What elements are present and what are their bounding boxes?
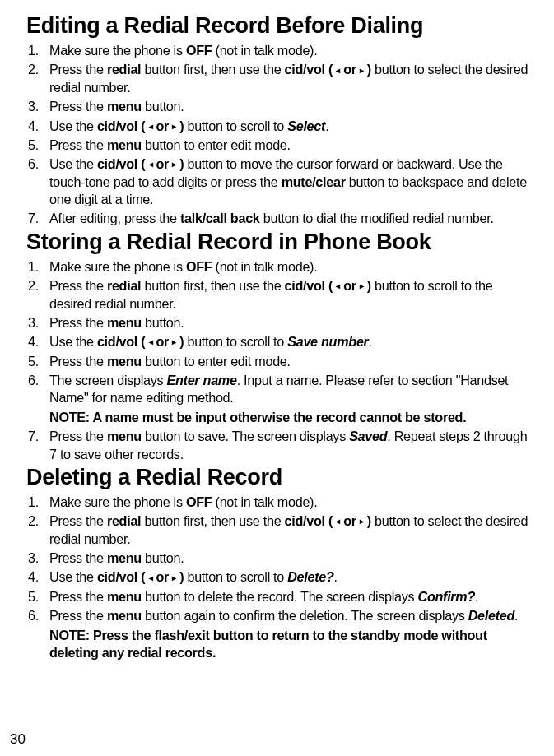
list-item: 6. Press the menu button again to confir… <box>26 607 531 624</box>
list-item: 6. Use the cid/vol ( ◂ or ▸ ) button to … <box>26 155 531 208</box>
section2-list-cont: 7. Press the menu button to save. The sc… <box>26 428 531 463</box>
list-item: 2. Press the redial button first, then u… <box>26 277 531 313</box>
item-content: Make sure the phone is OFF (not in talk … <box>49 42 531 59</box>
item-number: 5. <box>26 137 49 154</box>
item-number: 6. <box>26 607 49 624</box>
item-content: Press the redial button first, then use … <box>49 61 531 96</box>
section1-list: 1. Make sure the phone is OFF (not in ta… <box>26 42 531 228</box>
note-text: NOTE: A name must be input otherwise the… <box>49 409 531 426</box>
left-arrow-icon: ◂ <box>336 66 340 75</box>
page-number: 30 <box>10 731 26 748</box>
list-item: 4. Use the cid/vol ( ◂ or ▸ ) button to … <box>26 333 531 350</box>
item-content: Press the menu button to save. The scree… <box>49 428 531 463</box>
section3-list: 1. Make sure the phone is OFF (not in ta… <box>26 494 531 625</box>
list-item: 3. Press the menu button. <box>26 550 531 567</box>
list-item: 5. Press the menu button to delete the r… <box>26 588 531 605</box>
item-content: Use the cid/vol ( ◂ or ▸ ) button to scr… <box>49 568 531 586</box>
item-content: Press the menu button. <box>49 550 531 567</box>
right-arrow-icon: ▸ <box>172 160 176 169</box>
right-arrow-icon: ▸ <box>172 337 176 346</box>
list-item: 6. The screen displays Enter name. Input… <box>26 372 531 407</box>
item-number: 1. <box>26 494 49 511</box>
item-content: Make sure the phone is OFF (not in talk … <box>49 494 531 511</box>
item-number: 2. <box>26 61 49 96</box>
right-arrow-icon: ▸ <box>360 281 364 290</box>
left-arrow-icon: ◂ <box>149 160 153 169</box>
item-content: Press the redial button first, then use … <box>49 277 531 313</box>
list-item: 7. After editing, press the talk/call ba… <box>26 210 531 227</box>
list-item: 3. Press the menu button. <box>26 98 531 115</box>
item-content: Press the redial button first, then use … <box>49 513 531 548</box>
right-arrow-icon: ▸ <box>172 573 176 582</box>
list-item: 2. Press the redial button first, then u… <box>26 61 531 96</box>
list-item: 1. Make sure the phone is OFF (not in ta… <box>26 258 531 276</box>
item-content: Use the cid/vol ( ◂ or ▸ ) button to scr… <box>49 333 531 350</box>
list-item: 3. Press the menu button. <box>26 314 531 332</box>
left-arrow-icon: ◂ <box>336 517 340 526</box>
section-heading-2: Storing a Redial Record in Phone Book <box>26 230 531 255</box>
item-content: Make sure the phone is OFF (not in talk … <box>49 258 531 276</box>
section-heading-3: Deleting a Redial Record <box>26 465 531 490</box>
item-number: 4. <box>26 118 49 135</box>
item-number: 3. <box>26 550 49 567</box>
right-arrow-icon: ▸ <box>172 122 176 131</box>
item-number: 3. <box>26 314 49 332</box>
list-item: 2. Press the redial button first, then u… <box>26 513 531 548</box>
left-arrow-icon: ◂ <box>149 337 153 346</box>
right-arrow-icon: ▸ <box>360 66 364 75</box>
list-item: 7. Press the menu button to save. The sc… <box>26 428 531 463</box>
item-content: Use the cid/vol ( ◂ or ▸ ) button to mov… <box>49 155 531 208</box>
item-content: The screen displays Enter name. Input a … <box>49 372 531 407</box>
list-item: 5. Press the menu button to enter edit m… <box>26 137 531 154</box>
item-content: Press the menu button. <box>49 98 531 115</box>
item-content: After editing, press the talk/call back … <box>49 210 531 227</box>
item-content: Press the menu button to enter edit mode… <box>49 353 531 370</box>
item-number: 7. <box>26 428 49 463</box>
list-item: 4. Use the cid/vol ( ◂ or ▸ ) button to … <box>26 118 531 135</box>
left-arrow-icon: ◂ <box>336 281 340 290</box>
list-item: 1. Make sure the phone is OFF (not in ta… <box>26 494 531 511</box>
list-item: 5. Press the menu button to enter edit m… <box>26 353 531 370</box>
item-number: 6. <box>26 372 49 407</box>
item-number: 3. <box>26 98 49 115</box>
item-number: 4. <box>26 568 49 586</box>
item-number: 1. <box>26 42 49 59</box>
note-text: NOTE: Press the flash/exit button to ret… <box>49 627 531 662</box>
left-arrow-icon: ◂ <box>149 122 153 131</box>
item-content: Press the menu button again to confirm t… <box>49 607 531 624</box>
right-arrow-icon: ▸ <box>360 517 364 526</box>
section-heading-1: Editing a Redial Record Before Dialing <box>26 13 531 39</box>
list-item: 4. Use the cid/vol ( ◂ or ▸ ) button to … <box>26 568 531 586</box>
item-number: 2. <box>26 513 49 548</box>
item-content: Use the cid/vol ( ◂ or ▸ ) button to scr… <box>49 118 531 135</box>
item-content: Press the menu button to enter edit mode… <box>49 137 531 154</box>
item-content: Press the menu button to delete the reco… <box>49 588 531 605</box>
section2-list: 1. Make sure the phone is OFF (not in ta… <box>26 258 531 407</box>
item-number: 7. <box>26 210 49 227</box>
item-number: 1. <box>26 258 49 276</box>
item-number: 5. <box>26 588 49 605</box>
item-content: Press the menu button. <box>49 314 531 332</box>
item-number: 5. <box>26 353 49 370</box>
item-number: 4. <box>26 333 49 350</box>
left-arrow-icon: ◂ <box>149 573 153 582</box>
item-number: 2. <box>26 277 49 313</box>
item-number: 6. <box>26 155 49 208</box>
list-item: 1. Make sure the phone is OFF (not in ta… <box>26 42 531 59</box>
